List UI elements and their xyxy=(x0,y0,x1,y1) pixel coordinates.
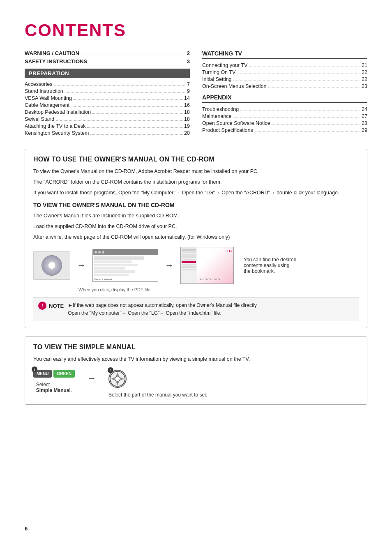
bookmark-text: You can find the desired contents easily… xyxy=(244,257,297,274)
toc-item-page: 22 xyxy=(362,69,367,75)
cd-disc-illustration xyxy=(33,251,70,280)
toc-item: Accessories7 xyxy=(25,81,190,87)
cdrom-box: HOW TO USE THE OWNER'S MANUAL ON THE CD-… xyxy=(25,149,367,328)
toc-item-page: 22 xyxy=(362,76,367,82)
toc-item-label: VESA Wall Mounting xyxy=(25,95,72,101)
screen-dot xyxy=(98,251,101,254)
toc-item-page: 19 xyxy=(184,123,190,129)
toc-dots xyxy=(74,99,182,100)
toc-safety-page: 3 xyxy=(187,58,190,65)
toc-dots xyxy=(90,134,182,135)
step2-select-label: Select the part of the manual you want t… xyxy=(108,392,209,398)
toc-dots xyxy=(54,85,185,86)
screen-dot xyxy=(95,251,97,254)
simple-manual-step1: 1 MENU GREEN Select Simple Manual. xyxy=(33,370,75,393)
toc-left-column: WARNING / CAUTION 2 SAFETY INSTRUCTIONS … xyxy=(25,50,190,137)
remote-button-group: 2 xyxy=(108,370,127,388)
remote-circle: 2 xyxy=(108,370,127,388)
toc-right-column: WATCHING TV Connecting your TV21Turning … xyxy=(202,50,367,137)
toc-item-label: Initial Setting xyxy=(202,76,232,82)
toc-dots xyxy=(89,63,185,63)
green-button-label: GREEN xyxy=(57,371,71,376)
toc-item: Initial Setting22 xyxy=(202,76,367,82)
toc-item: VESA Wall Mounting14 xyxy=(25,95,190,101)
lg-screen-sidebar xyxy=(181,247,197,284)
toc-safety-label: SAFETY INSTRUCTIONS xyxy=(25,58,87,65)
toc-item-page: 27 xyxy=(362,113,367,119)
toc-dots xyxy=(272,124,360,125)
lg-logo: LG xyxy=(227,249,232,253)
toc-item: Open Source Software Notice28 xyxy=(202,120,367,126)
svg-point-1 xyxy=(115,376,120,382)
toc-safety: SAFETY INSTRUCTIONS 3 xyxy=(25,58,190,65)
screen-body: Owner's Manual xyxy=(93,255,158,282)
toc-item: On-Screen Menus Selection23 xyxy=(202,83,367,89)
toc-dots xyxy=(237,74,360,74)
section-header-preparation: PREPARATION xyxy=(25,69,190,78)
section-header-watching: WATCHING TV xyxy=(202,50,367,59)
lg-screen-content: LG LED LCD TV / LCD TV xyxy=(181,247,233,284)
toc-item-label: Accessories xyxy=(25,81,52,87)
toc-dots xyxy=(268,88,360,88)
page-number: 6 xyxy=(25,526,28,532)
cdrom-illustrations: → Owner's Manual → xyxy=(33,247,359,284)
section-header-appendix: APPENDIX xyxy=(202,94,367,103)
toc-item: Attaching the TV to a Desk19 xyxy=(25,123,190,129)
cdrom-subheading: TO VIEW THE OWNER'S MANUAL ON THE CD-ROM xyxy=(33,202,359,208)
menu-button: 1 MENU xyxy=(33,370,52,378)
lg-website-screen: LG LED LCD TV / LCD TV xyxy=(180,247,234,284)
screen-header xyxy=(93,249,158,255)
toc-dots xyxy=(255,131,360,132)
arrow-1: → xyxy=(77,260,86,271)
toc-dots xyxy=(81,55,185,55)
toc-item: Kensington Security System20 xyxy=(25,130,190,136)
toc-item-page: 21 xyxy=(362,62,367,68)
menu-button-label: MENU xyxy=(37,371,48,376)
toc-item-label: Product Specifications xyxy=(202,127,253,133)
toc-watching-items: Connecting your TV21Turning On TV22Initi… xyxy=(202,62,367,89)
screen-dot xyxy=(102,251,104,254)
toc-item: Stand Instruction9 xyxy=(25,88,190,94)
toc-item-page: 18 xyxy=(184,116,190,122)
toc-item-page: 9 xyxy=(187,88,190,94)
toc-dots xyxy=(65,92,185,93)
toc-warning-page: 2 xyxy=(187,50,190,56)
toc-item: Product Specifications29 xyxy=(202,127,367,133)
cdrom-para2: The "ACRORD" folder on the CD-ROM contai… xyxy=(33,178,359,186)
toc-item-label: Desktop Pedestal Installation xyxy=(25,109,91,115)
cdrom-step1: The Owner's Manual files are included in… xyxy=(33,212,359,220)
simple-manual-title: TO VIEW THE SIMPLE MANUAL xyxy=(33,343,359,351)
toc-item: Maintenance27 xyxy=(202,113,367,119)
cd-disc xyxy=(42,255,62,276)
when-click-text: When you click, display the PDF file. xyxy=(78,287,359,292)
toc-item: Swivel Stand18 xyxy=(25,116,190,122)
toc-item-label: Maintenance xyxy=(202,113,232,119)
simple-manual-box: TO VIEW THE SIMPLE MANUAL You can easily… xyxy=(25,337,367,405)
toc-item-page: 29 xyxy=(362,127,367,133)
toc-item: Desktop Pedestal Installation18 xyxy=(25,109,190,115)
step1-select-label: Select Simple Manual. xyxy=(36,382,72,393)
toc-item-page: 28 xyxy=(362,120,367,126)
toc-item-label: Turning On TV xyxy=(202,69,235,75)
toc-dots xyxy=(71,106,182,107)
note-icon: ! NOTE xyxy=(38,302,64,310)
toc-item-label: Connecting your TV xyxy=(202,62,247,68)
toc-item-page: 23 xyxy=(362,83,367,89)
toc-appendix-items: Troubleshooting24Maintenance27Open Sourc… xyxy=(202,106,367,133)
simple-manual-description: You can easily and effectively access th… xyxy=(33,355,359,363)
toc-dots xyxy=(56,120,182,121)
toc-item-page: 24 xyxy=(362,106,367,112)
simple-manual-content: 1 MENU GREEN Select Simple Manual. → 2 xyxy=(33,370,359,398)
toc-dots xyxy=(87,127,182,128)
toc-preparation-items: Accessories7Stand Instruction9VESA Wall … xyxy=(25,81,190,136)
toc-item-label: Cable Management xyxy=(25,102,69,108)
simple-manual-step2: 2 Select the pa xyxy=(108,370,209,398)
note-box: ! NOTE ►If the web page does not appear … xyxy=(33,297,359,321)
toc-warning: WARNING / CAUTION 2 xyxy=(25,50,190,56)
lg-screen-main: LG LED LCD TV / LCD TV xyxy=(197,247,233,284)
toc-dots xyxy=(92,113,182,114)
toc-item: Cable Management16 xyxy=(25,102,190,108)
toc-warning-label: WARNING / CAUTION xyxy=(25,50,79,56)
arrow-2: → xyxy=(165,260,174,271)
toc-dots xyxy=(240,111,360,111)
